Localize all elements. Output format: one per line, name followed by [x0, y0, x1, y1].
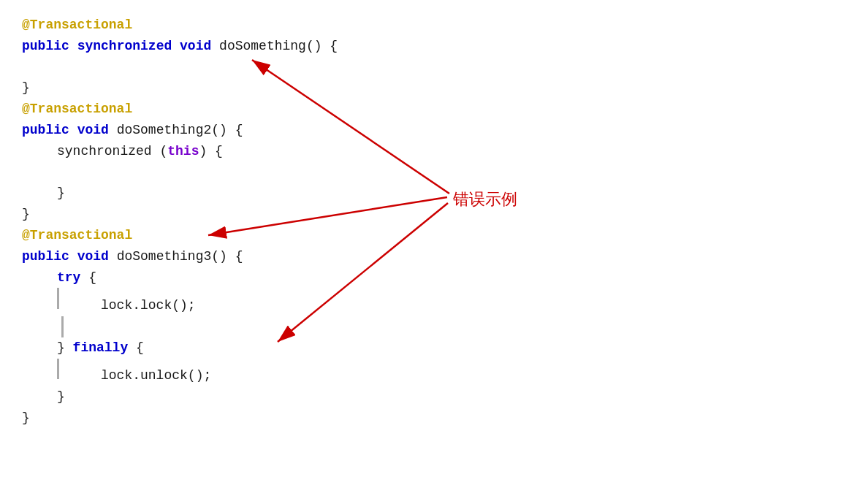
line-try: try {	[22, 267, 827, 289]
annotation-1: @Transactional	[22, 15, 132, 36]
line-inner-close-3: }	[22, 386, 827, 408]
line-public-void-2: public void doSomething2() {	[22, 120, 827, 141]
line-inner-close: }	[22, 183, 827, 204]
line-annotation-3: @Transactional	[22, 225, 827, 246]
line-annotation-1: @Transactional	[22, 15, 827, 36]
annotation-2: @Transactional	[22, 99, 132, 120]
blank-1	[22, 57, 827, 78]
line-close-3: }	[22, 408, 827, 429]
line-close-2: }	[22, 204, 827, 225]
line-public-synchronized: public synchronized void doSomething() {	[22, 36, 827, 57]
blank-3	[61, 316, 827, 337]
line-annotation-2: @Transactional	[22, 99, 827, 120]
line-finally: } finally {	[22, 337, 827, 359]
annotation-3: @Transactional	[22, 225, 132, 246]
line-close-1: }	[22, 77, 827, 99]
line-synchronized-this: synchronized (this) {	[22, 141, 827, 162]
error-example-label: 错误示例	[453, 186, 517, 212]
blank-2	[22, 162, 827, 183]
code-block: @Transactional public synchronized void …	[0, 0, 849, 443]
line-public-void-3: public void doSomething3() {	[22, 246, 827, 267]
line-lock-unlock: lock.unlock();	[22, 359, 827, 387]
line-lock-lock: lock.lock();	[22, 288, 827, 316]
